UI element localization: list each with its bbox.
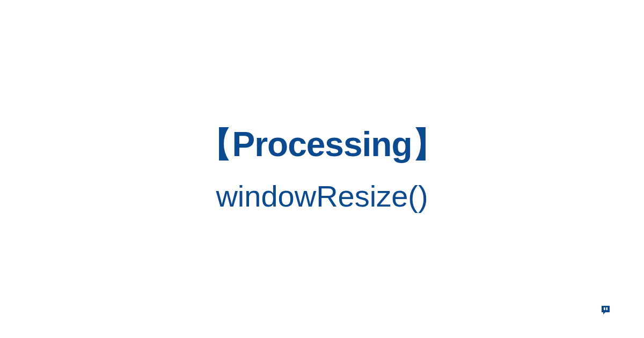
svg-rect-0 — [604, 307, 605, 310]
page-subtitle: windowResize() — [0, 178, 644, 214]
logo-icon — [600, 305, 613, 318]
svg-rect-1 — [606, 307, 608, 310]
main-content: 【Processing】 windowResize() — [0, 124, 644, 214]
page-title: 【Processing】 — [0, 124, 644, 165]
title-text: Processing — [232, 125, 412, 164]
bracket-open: 【 — [198, 125, 232, 164]
bracket-close: 】 — [412, 125, 446, 164]
